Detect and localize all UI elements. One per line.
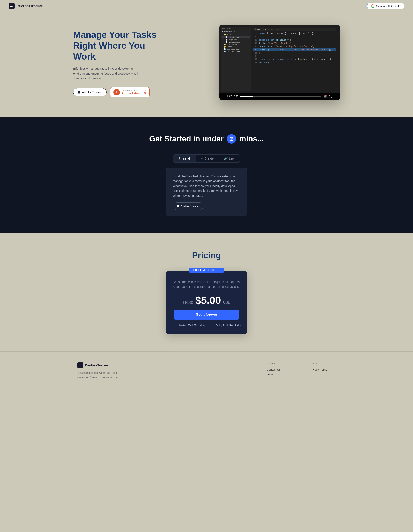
lifetime-badge-wrapper: LIFETIME ACCESS [189,268,224,272]
code-editor-mockup: EXPLORER ▼ WORKSPACE 📁 src 📄 layout.tsx … [219,25,340,93]
ph-vote-section: 79 [144,90,146,95]
footer-tagline: Task management where you need [77,371,250,375]
footer-login-link[interactable]: Login [267,373,293,376]
get-forever-button[interactable]: Get it forever [174,310,239,320]
logo-icon [9,3,15,9]
sign-in-label: Sign in with Google [376,5,400,8]
product-hunt-icon: P [113,89,120,95]
hero-description: Effortlessly manage tasks in your develo… [73,66,146,81]
logo-link[interactable]: DevTaskTracker [9,3,43,9]
feature-reminder: ✓ Daily Task Reminder [212,324,241,327]
sign-in-button[interactable]: Sign in with Google [367,3,404,10]
navbar: DevTaskTracker Sign in with Google [0,0,413,12]
hero-left: Manage Your Tasks Right Where You Work E… [73,25,163,97]
hero-title: Manage Your Tasks Right Where You Work [73,29,163,62]
features-row: ✓ Unlimited Task Tracking ✓ Daily Task R… [166,324,247,327]
svg-rect-4 [79,365,81,365]
chrome-dot-icon [78,91,80,94]
footer-copyright: Copyright © 2024 - All rights reserved [77,376,250,380]
footer-brand-name: DevTaskTracker [85,364,108,367]
editor-sidebar: EXPLORER ▼ WORKSPACE 📁 src 📄 layout.tsx … [221,27,251,91]
tab-create[interactable]: ✏ Create [195,155,219,162]
install-card: Install the Dev Task Tracker Chrome exte… [166,168,247,216]
product-hunt-badge[interactable]: P FEATURED ON Product Hunt 79 [110,87,150,97]
original-price: $10.00 [183,301,193,305]
footer-links-col: LINKS Contact Us Login [267,362,293,378]
pricing-price: $10.00 $5.00 USD [173,294,240,306]
tab-install[interactable]: ⬇ Install [173,155,195,162]
tab-link[interactable]: 🔗 Link [219,155,240,162]
hero-video: EXPLORER ▼ WORKSPACE 📁 src 📄 layout.tsx … [219,25,340,100]
mute-button[interactable]: 🔇 [323,95,327,98]
pricing-description: Get started with 5 free tasks to explore… [173,280,240,289]
footer-legal-title: LEGAL [310,362,336,365]
progress-fill [240,96,252,97]
footer-logo-icon [77,362,84,368]
progress-bar[interactable] [240,96,321,97]
logo-text: DevTaskTracker [16,4,43,8]
footer-links-title: LINKS [267,362,293,365]
tab-create-label: Create [205,157,214,160]
svg-rect-2 [10,6,13,7]
footer-contact-link[interactable]: Contact Us [267,368,293,371]
hero-title-line2: Right Where You Work [73,40,145,61]
ph-name-label: Product Hunt [122,92,141,95]
hero-section: Manage Your Tasks Right Where You Work E… [0,12,413,117]
pricing-title: Pricing [9,250,404,260]
svg-rect-5 [79,366,82,366]
footer-logo: DevTaskTracker [77,362,250,368]
install-card-text: Install the Dev Task Tracker Chrome exte… [173,174,240,198]
fullscreen-button[interactable]: ⛶ [329,95,332,98]
google-icon [371,4,375,8]
footer-brand: DevTaskTracker Task management where you… [77,362,250,380]
pricing-card-inner: Get started with 5 free tasks to explore… [166,271,247,306]
ph-featured-label: FEATURED ON [122,89,141,92]
add-chrome-dark-label: Add to Chrome [181,205,199,208]
add-chrome-label: Add to Chrome [82,91,102,94]
footer-inner: DevTaskTracker Task management where you… [77,362,336,380]
check-icon-2: ✓ [212,324,214,327]
sale-price: $5.00 [195,294,221,306]
feature-unlimited: ✓ Unlimited Task Tracking [172,324,205,327]
video-time: 0:07 / 0:45 [227,95,238,98]
get-started-center: Get Started in under 2 mins... ⬇ Install… [9,134,404,216]
hero-title-line1: Manage Your Tasks [73,30,156,40]
video-player: EXPLORER ▼ WORKSPACE 📁 src 📄 layout.tsx … [219,25,340,100]
add-to-chrome-dark-button[interactable]: Add to Chrome [173,202,203,210]
pause-button[interactable]: ⏸ [222,95,225,98]
svg-rect-1 [10,6,12,6]
title-suffix: mins... [239,134,264,143]
create-icon: ✏ [201,157,203,160]
install-icon: ⬇ [179,157,181,160]
footer: DevTaskTracker Task management where you… [0,351,413,386]
steps-tabs: ⬇ Install ✏ Create 🔗 Link [173,154,240,162]
tab-install-label: Install [182,157,190,160]
pricing-section: Pricing LIFETIME ACCESS Get started with… [0,233,413,351]
pricing-card: LIFETIME ACCESS Get started with 5 free … [166,271,247,334]
svg-rect-3 [79,364,82,364]
check-icon-1: ✓ [172,324,174,327]
editor-main: layout.tsx page.tsx 9const inter = Inter… [251,27,338,91]
title-prefix: Get Started in under [149,134,224,143]
ph-count: 79 [144,91,146,95]
feature-unlimited-label: Unlimited Task Tracking [175,324,205,327]
video-screen: EXPLORER ▼ WORKSPACE 📁 src 📄 layout.tsx … [219,25,340,93]
link-icon: 🔗 [224,157,228,160]
get-started-section: Get Started in under 2 mins... ⬇ Install… [0,117,413,233]
hero-container: Manage Your Tasks Right Where You Work E… [56,12,357,117]
product-hunt-text: FEATURED ON Product Hunt [122,89,141,95]
tab-link-label: Link [229,157,234,160]
currency-label: USD [223,301,231,304]
hero-buttons: Add to Chrome P FEATURED ON Product Hunt… [73,87,163,97]
footer-privacy-link[interactable]: Privacy Policy [310,368,336,371]
get-started-title: Get Started in under 2 mins... [9,134,404,144]
svg-rect-0 [10,5,13,5]
video-controls[interactable]: ⏸ 0:07 / 0:45 🔇 ⛶ ⋮ [219,93,340,100]
badge-number: 2 [227,134,236,144]
footer-legal-col: LEGAL Privacy Policy [310,362,336,373]
more-options-button[interactable]: ⋮ [334,95,337,98]
feature-reminder-label: Daily Task Reminder [216,324,241,327]
lifetime-badge: LIFETIME ACCESS [189,267,224,273]
chrome-dot-white-icon [177,205,179,207]
add-to-chrome-button[interactable]: Add to Chrome [73,88,107,96]
